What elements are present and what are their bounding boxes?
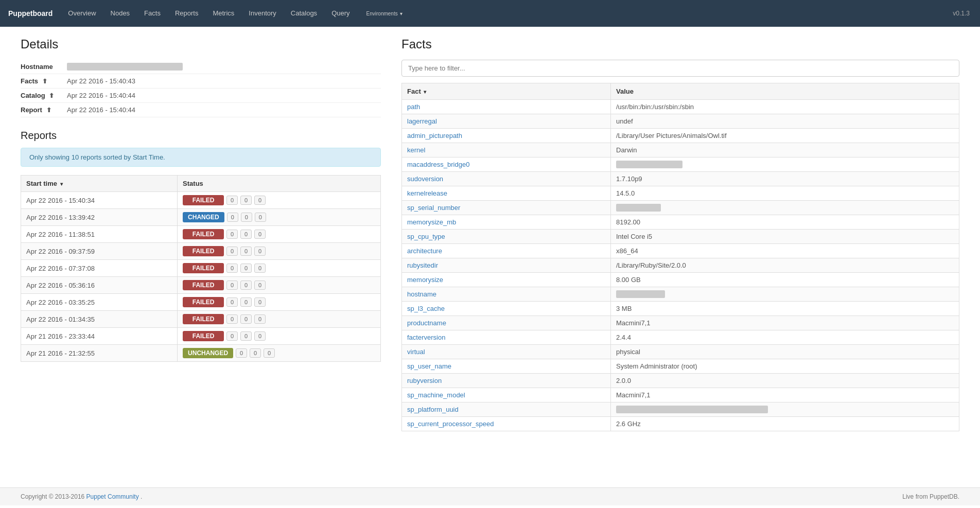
details-table: Hostname lp-mac-XXXXXX.example.local.mag… [21, 60, 381, 117]
report-status-cell: FAILED 0 0 0 [178, 294, 381, 311]
list-item: sp_platform_uuid XXXXXXXX-XXXX-XXXX-XXXX… [402, 402, 959, 417]
fact-value: physical [611, 345, 959, 359]
table-row[interactable]: Apr 22 2016 - 15:40:34 FAILED 0 0 0 [21, 192, 381, 209]
fact-name[interactable]: lagerregal [402, 114, 611, 129]
list-item: rubysitedir /Library/Ruby/Site/2.0.0 [402, 258, 959, 273]
nav-query[interactable]: Query [324, 0, 357, 27]
sort-icon: ▾ [60, 181, 63, 187]
col-status: Status [178, 176, 381, 192]
facts-header-row: Fact ▾ Value [402, 83, 959, 100]
col-fact[interactable]: Fact ▾ [402, 83, 611, 100]
brand-logo[interactable]: Puppetboard [6, 9, 61, 17]
count-badge-3: 0 [254, 331, 266, 341]
table-row[interactable]: Apr 22 2016 - 05:36:16 FAILED 0 0 0 [21, 277, 381, 294]
table-row[interactable]: Apr 21 2016 - 23:33:44 FAILED 0 0 0 [21, 328, 381, 345]
fact-name[interactable]: sp_current_processor_speed [402, 417, 611, 431]
status-badge[interactable]: FAILED [183, 263, 224, 273]
count-badge-3: 0 [254, 247, 266, 256]
fact-name[interactable]: sudoversion [402, 172, 611, 186]
list-item: macaddress_bridge0 ██:██:██:██:██:██ [402, 157, 959, 172]
count-badge-3: 0 [254, 264, 266, 273]
status-badge[interactable]: UNCHANGED [183, 348, 233, 358]
list-item: rubyversion 2.0.0 [402, 374, 959, 388]
fact-value: XXXXXXXX-XXXX-XXXX-XXXX-XXXXXXXXXXXX [611, 402, 959, 417]
count-badge-1: 0 [226, 196, 238, 205]
count-badge-3: 0 [264, 348, 275, 358]
fact-name[interactable]: hostname [402, 287, 611, 302]
count-badge-1: 0 [226, 297, 238, 307]
fact-name[interactable]: virtual [402, 345, 611, 359]
report-status-cell: UNCHANGED 0 0 0 [178, 345, 381, 362]
table-row[interactable]: Apr 21 2016 - 21:32:55 UNCHANGED 0 0 0 [21, 345, 381, 362]
fact-value: 1.7.10p9 [611, 172, 959, 186]
fact-name[interactable]: kernel [402, 143, 611, 157]
nav-nodes[interactable]: Nodes [103, 0, 137, 27]
fact-name[interactable]: sp_machine_model [402, 388, 611, 402]
reports-header-row: Start time ▾ Status [21, 176, 381, 192]
list-item: hostname lp-mac-XXXXXX [402, 287, 959, 302]
fact-name[interactable]: path [402, 100, 611, 114]
puppet-community-link[interactable]: Puppet Community [86, 493, 139, 500]
detail-row-facts: Facts ⬆ Apr 22 2016 - 15:40:43 [21, 74, 381, 89]
list-item: virtual physical [402, 345, 959, 359]
fact-name[interactable]: admin_picturepath [402, 129, 611, 143]
detail-row-hostname: Hostname lp-mac-XXXXXX.example.local.mag… [21, 60, 381, 74]
count-badge-1: 0 [226, 314, 238, 324]
fact-name[interactable]: memorysize [402, 273, 611, 287]
report-label: Report ⬆ [21, 103, 67, 117]
fact-name[interactable]: rubysitedir [402, 258, 611, 273]
table-row[interactable]: Apr 22 2016 - 09:37:59 FAILED 0 0 0 [21, 243, 381, 260]
facts-download-icon[interactable]: ⬆ [42, 78, 47, 85]
detail-row-catalog: Catalog ⬆ Apr 22 2016 - 15:40:44 [21, 89, 381, 103]
nav-reports[interactable]: Reports [168, 0, 206, 27]
table-row[interactable]: Apr 22 2016 - 03:35:25 FAILED 0 0 0 [21, 294, 381, 311]
col-start-time[interactable]: Start time ▾ [21, 176, 178, 192]
report-start-time: Apr 21 2016 - 23:33:44 [21, 328, 178, 345]
list-item: kernel Darwin [402, 143, 959, 157]
fact-value: Darwin [611, 143, 959, 157]
right-panel: Facts Fact ▾ Value path /usr/bin:/bin:/u… [401, 37, 959, 477]
facts-filter-input[interactable] [401, 60, 959, 77]
fact-value: /Library/Ruby/Site/2.0.0 [611, 258, 959, 273]
status-badge[interactable]: FAILED [183, 246, 224, 256]
count-badge-3: 0 [254, 297, 266, 307]
reports-info: Only showing 10 reports sorted by Start … [21, 148, 381, 167]
fact-name[interactable]: memorysize_mb [402, 215, 611, 230]
report-start-time: Apr 22 2016 - 11:38:51 [21, 226, 178, 243]
nav-catalogs[interactable]: Catalogs [284, 0, 324, 27]
fact-name[interactable]: sp_user_name [402, 359, 611, 374]
fact-name[interactable]: sp_serial_number [402, 201, 611, 215]
nav-overview[interactable]: Overview [61, 0, 103, 27]
nav-metrics[interactable]: Metrics [205, 0, 241, 27]
table-row[interactable]: Apr 22 2016 - 11:38:51 FAILED 0 0 0 [21, 226, 381, 243]
fact-name[interactable]: architecture [402, 244, 611, 258]
fact-name[interactable]: sp_platform_uuid [402, 402, 611, 417]
status-badge[interactable]: FAILED [183, 297, 224, 307]
report-download-icon[interactable]: ⬆ [46, 107, 51, 114]
table-row[interactable]: Apr 22 2016 - 13:39:42 CHANGED 0 0 0 [21, 209, 381, 226]
fact-name[interactable]: macaddress_bridge0 [402, 157, 611, 172]
report-start-time: Apr 21 2016 - 21:32:55 [21, 345, 178, 362]
nav-facts[interactable]: Facts [137, 0, 168, 27]
status-badge[interactable]: FAILED [183, 195, 224, 205]
fact-name[interactable]: productname [402, 316, 611, 330]
status-badge[interactable]: FAILED [183, 229, 224, 239]
table-row[interactable]: Apr 22 2016 - 07:37:08 FAILED 0 0 0 [21, 260, 381, 277]
status-badge[interactable]: CHANGED [183, 212, 224, 222]
table-row[interactable]: Apr 22 2016 - 01:34:35 FAILED 0 0 0 [21, 311, 381, 328]
fact-name[interactable]: kernelrelease [402, 186, 611, 201]
status-badge[interactable]: FAILED [183, 314, 224, 324]
catalog-download-icon[interactable]: ⬆ [49, 92, 54, 99]
status-badge[interactable]: FAILED [183, 280, 224, 290]
fact-name[interactable]: sp_l3_cache [402, 302, 611, 316]
count-badge-3: 0 [254, 281, 266, 290]
nav-environments[interactable]: Environments ▾ [357, 11, 410, 16]
status-badge[interactable]: FAILED [183, 331, 224, 341]
fact-name[interactable]: facterversion [402, 330, 611, 345]
list-item: facterversion 2.4.4 [402, 330, 959, 345]
fact-name[interactable]: rubyversion [402, 374, 611, 388]
nav-inventory[interactable]: Inventory [241, 0, 283, 27]
count-badge-2: 0 [240, 314, 252, 324]
catalog-label: Catalog ⬆ [21, 89, 67, 103]
fact-name[interactable]: sp_cpu_type [402, 230, 611, 244]
